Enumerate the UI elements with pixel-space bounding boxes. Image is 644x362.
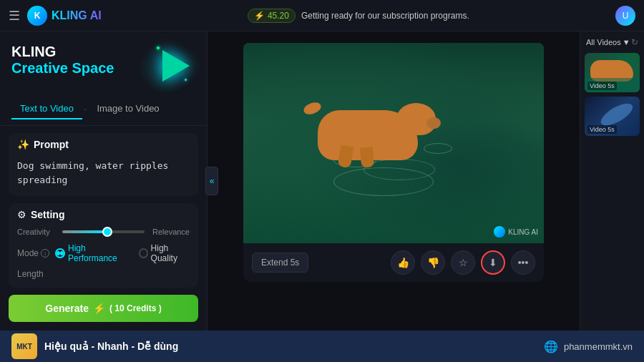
more-options-button[interactable]: ••• <box>511 250 535 275</box>
watermark-text: KLING AI <box>508 228 538 236</box>
banner-tagline: Hiệu quả - Nhanh - Dễ dùng <box>44 341 178 352</box>
tab-separator: · <box>82 99 88 119</box>
header-right: U <box>615 6 635 26</box>
brand-subtitle: Creative Space <box>11 60 114 77</box>
right-panel-header: All Videos ▼ ↻ <box>585 37 640 47</box>
video-display: KLING AI <box>243 43 544 243</box>
thumb-diver-video[interactable]: Video 5s <box>585 97 640 136</box>
thumbs-up-icon: 👍 <box>397 257 409 268</box>
more-icon: ••• <box>518 257 529 268</box>
thumb-dog-video[interactable]: Video 5s <box>585 53 640 92</box>
prompt-icon: ✨ <box>17 139 29 150</box>
creativity-row: Creativity Relevance <box>17 228 190 236</box>
download-icon: ⬇ <box>489 257 497 268</box>
center-panel: KLING AI Extend 5s 👍 👎 ☆ ⬇ <box>208 31 580 331</box>
dog-leg-2 <box>360 147 374 167</box>
action-icons: 👍 👎 ☆ ⬇ ••• <box>391 250 535 275</box>
setting-header: ⚙ Setting <box>17 209 190 220</box>
thumb-dog-label: Video 5s <box>587 82 617 90</box>
length-row: Length <box>17 269 190 279</box>
tab-image-to-video[interactable]: Image to Video <box>88 99 167 119</box>
main-layout: KLING Creative Space Text to Video · Ima… <box>0 31 644 331</box>
length-label: Length <box>17 269 44 279</box>
setting-icon: ⚙ <box>17 209 26 220</box>
download-button[interactable]: ⬇ <box>481 250 505 275</box>
video-container: KLING AI Extend 5s 👍 👎 ☆ ⬇ <box>243 43 544 282</box>
star-icon: ☆ <box>459 257 468 268</box>
dog-leg-1 <box>338 145 354 169</box>
brand-title: KLING <box>11 43 114 60</box>
left-panel: KLING Creative Space Text to Video · Ima… <box>0 31 208 331</box>
generate-button[interactable]: Generate ⚡ ( 10 Credits ) <box>9 295 198 322</box>
radio-high-quality[interactable] <box>139 248 147 258</box>
mkt-logo: MKT <box>11 333 37 359</box>
thumbs-down-button[interactable]: 👎 <box>421 250 445 275</box>
header-notice: ⚡ 45.20 Getting ready for our subscripti… <box>248 9 469 23</box>
mode-high-performance[interactable]: High Performance <box>55 243 125 263</box>
mode-info-icon[interactable]: i <box>41 249 49 258</box>
lightning-icon: ⚡ <box>254 11 265 21</box>
logo-wrap: K KLING AI <box>27 6 102 26</box>
refresh-panel-button[interactable]: ↻ <box>631 37 638 47</box>
prompt-section: ✨ Prompt Dog swimming, water ripples spr… <box>9 133 198 196</box>
credits-badge[interactable]: ⚡ 45.20 <box>248 9 296 23</box>
all-videos-label: All Videos <box>586 38 621 47</box>
logo-icon: K <box>27 6 47 26</box>
all-videos-button[interactable]: All Videos ▼ <box>586 38 630 47</box>
prompt-header: ✨ Prompt <box>9 133 198 156</box>
creativity-slider[interactable] <box>62 230 145 233</box>
brand-section: KLING Creative Space <box>0 31 207 99</box>
header: ☰ K KLING AI ⚡ 45.20 Getting ready for o… <box>0 0 644 31</box>
mode-row: Mode i High Performance High Quality <box>17 243 190 263</box>
right-panel: All Videos ▼ ↻ Video 5s Video 5s <box>580 31 644 331</box>
thumbs-down-icon: 👎 <box>427 257 439 268</box>
mkt-label: MKT <box>16 343 32 351</box>
logo-text: KLING AI <box>52 9 102 22</box>
setting-section: ⚙ Setting Creativity Relevance Mode i <box>9 203 198 288</box>
bottom-banner: MKT Hiệu quả - Nhanh - Dễ dùng 🌐 phanmem… <box>0 331 644 362</box>
extend-button[interactable]: Extend 5s <box>252 253 308 273</box>
chevron-down-icon: ▼ <box>623 38 630 47</box>
play-icon <box>162 50 190 82</box>
gen-credits: ( 10 Credits ) <box>109 303 162 313</box>
banner-website: phanmemmkt.vn <box>564 341 633 352</box>
mode-high-quality[interactable]: High Quality <box>139 243 190 263</box>
video-controls: Extend 5s 👍 👎 ☆ ⬇ ••• <box>243 243 544 282</box>
tab-text-to-video[interactable]: Text to Video <box>11 99 82 119</box>
star-button[interactable]: ☆ <box>451 250 475 275</box>
mode-label: Mode i <box>17 248 49 258</box>
generate-label: Generate <box>45 303 89 314</box>
notice-text: Getting ready for our subscription progr… <box>301 11 469 21</box>
kling-watermark: KLING AI <box>494 226 538 238</box>
header-center: ⚡ 45.20 Getting ready for our subscripti… <box>102 9 615 23</box>
kling-logo-sm <box>494 226 505 238</box>
banner-right: 🌐 phanmemmkt.vn <box>544 340 633 353</box>
globe-icon: 🌐 <box>544 340 558 353</box>
dog-snout <box>426 117 441 129</box>
mode-high-performance-label: High Performance <box>68 243 125 263</box>
prompt-title: Prompt <box>34 139 69 150</box>
credits-value: 45.20 <box>268 11 289 21</box>
relevance-label: Relevance <box>150 228 190 236</box>
header-left: ☰ K KLING AI <box>9 6 102 26</box>
gen-lightning-icon: ⚡ <box>93 303 105 314</box>
thumb-diver-label: Video 5s <box>587 125 617 134</box>
dog-tail <box>302 100 323 117</box>
avatar[interactable]: U <box>615 6 635 26</box>
banner-left: MKT Hiệu quả - Nhanh - Dễ dùng <box>11 333 178 359</box>
chevron-left-icon: « <box>210 176 215 186</box>
hamburger-icon[interactable]: ☰ <box>9 8 20 24</box>
collapse-panel-button[interactable]: « <box>205 167 218 195</box>
slider-thumb[interactable] <box>102 227 112 237</box>
creativity-label: Creativity <box>17 228 57 236</box>
mode-high-quality-label: High Quality <box>151 243 190 263</box>
dog-shape <box>303 103 447 189</box>
setting-title: Setting <box>31 209 64 220</box>
prompt-textarea[interactable]: Dog swimming, water ripples spreading <box>9 156 198 196</box>
nav-tabs: Text to Video · Image to Video <box>0 99 207 126</box>
radio-high-performance[interactable] <box>55 248 65 258</box>
thumbs-up-button[interactable]: 👍 <box>391 250 415 275</box>
